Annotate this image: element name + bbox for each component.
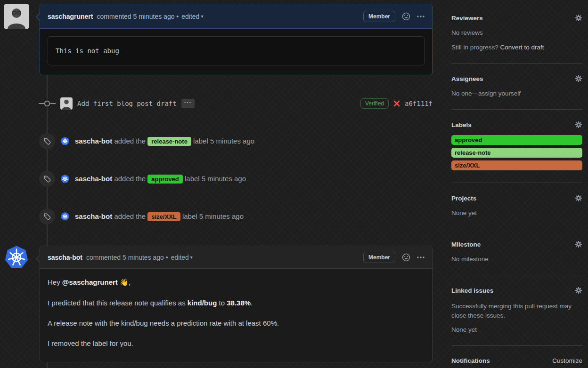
gear-icon[interactable]	[575, 194, 582, 202]
comment-saschagrunert: saschagrunert commented 5 minutes ago • …	[40, 4, 433, 75]
paragraph: I removed the label for you.	[48, 339, 425, 347]
sidebar-section-notifications: Notifications Customize	[451, 357, 582, 364]
commit-message-link[interactable]: Add first blog post draft	[77, 100, 177, 107]
event-action: added the	[114, 137, 146, 145]
sidebar-section-linked-issues: Linked issues Successfully merging this …	[451, 287, 582, 333]
commit-author-avatar[interactable]	[60, 97, 73, 110]
gear-icon[interactable]	[575, 287, 582, 294]
section-title: Assignees	[451, 75, 483, 82]
section-title: Projects	[451, 195, 476, 202]
label-chip[interactable]: approved	[147, 175, 183, 184]
sidebar-label-approved[interactable]: approved	[451, 135, 582, 145]
divider	[451, 229, 582, 229]
commit-row: Add first blog post draft ··· Verified a…	[39, 96, 433, 111]
projects-empty-text: None yet	[451, 209, 582, 216]
paragraph: I predicted that this release note quali…	[48, 299, 425, 307]
commit-expand-button[interactable]: ···	[181, 99, 195, 108]
event-actor-link[interactable]: sascha-bot	[75, 137, 112, 145]
status-failed-x-icon[interactable]	[393, 100, 400, 107]
mention-link[interactable]: @saschagrunert	[62, 278, 118, 286]
sascha-bot-avatar[interactable]	[60, 136, 70, 146]
event-suffix: label 5 minutes ago	[185, 175, 246, 183]
event-icon-circle	[39, 133, 55, 149]
kebab-horizontal-icon	[417, 16, 425, 17]
comment-author-link[interactable]: sascha-bot	[48, 254, 82, 261]
commit-hash-link[interactable]: a6f111f	[405, 100, 433, 107]
event-text: sascha-bot added the release-note label …	[75, 137, 254, 146]
linked-issues-empty-text: None yet	[451, 326, 582, 333]
smiley-icon	[402, 12, 410, 21]
paragraph: Hey @saschagrunert 👋,	[48, 278, 425, 287]
event-actor-link[interactable]: sascha-bot	[75, 175, 112, 183]
sascha-bot-avatar[interactable]	[60, 212, 70, 221]
comment-meta: commented 5 minutes ago •	[86, 254, 168, 261]
person-avatar-image	[60, 97, 73, 110]
smiley-icon	[402, 253, 410, 262]
divider	[451, 109, 582, 110]
gear-icon[interactable]	[575, 75, 582, 82]
divider	[451, 63, 582, 64]
assignees-empty-text: No one—assign yourself	[451, 90, 582, 97]
sidebar-section-labels: Labels approved release-note size/XXL	[451, 121, 582, 170]
sascha-bot-avatar[interactable]	[60, 174, 70, 184]
sidebar-label-release-note[interactable]: release-note	[451, 148, 582, 158]
event-action: added the	[114, 212, 146, 220]
label-event-row: sascha-bot added the release-note label …	[39, 133, 433, 149]
sidebar: Reviewers No reviews Still in progress? …	[451, 0, 582, 368]
person-avatar-image	[4, 4, 29, 29]
comment-author-link[interactable]: saschagrunert	[48, 13, 93, 20]
section-title: Notifications	[451, 357, 490, 364]
event-text: sascha-bot added the size/XXL label 5 mi…	[75, 212, 244, 221]
linked-issues-description: Successfully merging this pull request m…	[451, 302, 582, 320]
label-event-row: sascha-bot added the approved label 5 mi…	[39, 171, 433, 187]
add-reaction-button[interactable]	[402, 253, 410, 262]
comment-options-button[interactable]	[417, 256, 425, 258]
edited-label: edited	[171, 254, 189, 261]
gear-icon[interactable]	[575, 14, 582, 22]
sidebar-section-projects: Projects None yet	[451, 194, 582, 216]
sidebar-section-assignees: Assignees No one—assign yourself	[451, 75, 582, 97]
comment-meta: commented 5 minutes ago •	[97, 13, 179, 20]
add-reaction-button[interactable]	[402, 12, 410, 21]
comment-options-button[interactable]	[417, 16, 425, 17]
chevron-down-icon: ▾	[190, 255, 193, 260]
member-badge[interactable]: Member	[363, 252, 395, 263]
verified-badge[interactable]: Verified	[360, 98, 389, 109]
gear-icon[interactable]	[575, 121, 582, 128]
comment-header: saschagrunert commented 5 minutes ago • …	[40, 4, 432, 29]
sidebar-label-size-xxl[interactable]: size/XXL	[451, 160, 582, 170]
sidebar-section-reviewers: Reviewers No reviews Still in progress? …	[451, 14, 582, 51]
comment-header: sascha-bot commented 5 minutes ago • edi…	[40, 246, 432, 269]
kubernetes-logo	[4, 245, 29, 270]
milestone-empty-text: No milestone	[451, 256, 582, 263]
label-chip[interactable]: release-note	[147, 137, 191, 146]
convert-to-draft-link[interactable]: Convert to draft	[500, 44, 544, 51]
section-title: Linked issues	[451, 287, 493, 294]
label-event-row: sascha-bot added the size/XXL label 5 mi…	[39, 208, 433, 224]
member-badge[interactable]: Member	[363, 11, 395, 22]
event-action: added the	[114, 175, 146, 183]
customize-link[interactable]: Customize	[552, 357, 582, 364]
kebab-horizontal-icon	[417, 256, 425, 258]
code-block: This is not abug	[48, 36, 425, 65]
comment-body: This is not abug	[40, 29, 432, 73]
avatar[interactable]	[4, 4, 29, 29]
draft-hint: Still in progress? Convert to draft	[451, 44, 582, 51]
tag-icon	[43, 137, 51, 145]
label-chip[interactable]: size/XXL	[147, 212, 180, 221]
section-title: Labels	[451, 121, 472, 128]
pull-request-page: saschagrunert commented 5 minutes ago • …	[0, 0, 588, 368]
reviewers-empty-text: No reviews	[451, 29, 582, 36]
wave-emoji: 👋	[118, 278, 129, 286]
sidebar-section-milestone: Milestone No milestone	[451, 240, 582, 263]
edited-dropdown[interactable]: edited ▾	[181, 13, 203, 20]
edited-dropdown[interactable]: edited ▾	[171, 254, 193, 261]
section-title: Milestone	[451, 241, 481, 248]
divider	[451, 275, 582, 275]
divider	[451, 345, 582, 346]
event-actor-link[interactable]: sascha-bot	[75, 212, 112, 220]
gear-icon[interactable]	[575, 240, 582, 248]
tag-icon	[43, 213, 51, 221]
sascha-bot-avatar-large[interactable]	[4, 245, 29, 270]
paragraph: A release note with the kind/bug needs a…	[48, 319, 425, 327]
